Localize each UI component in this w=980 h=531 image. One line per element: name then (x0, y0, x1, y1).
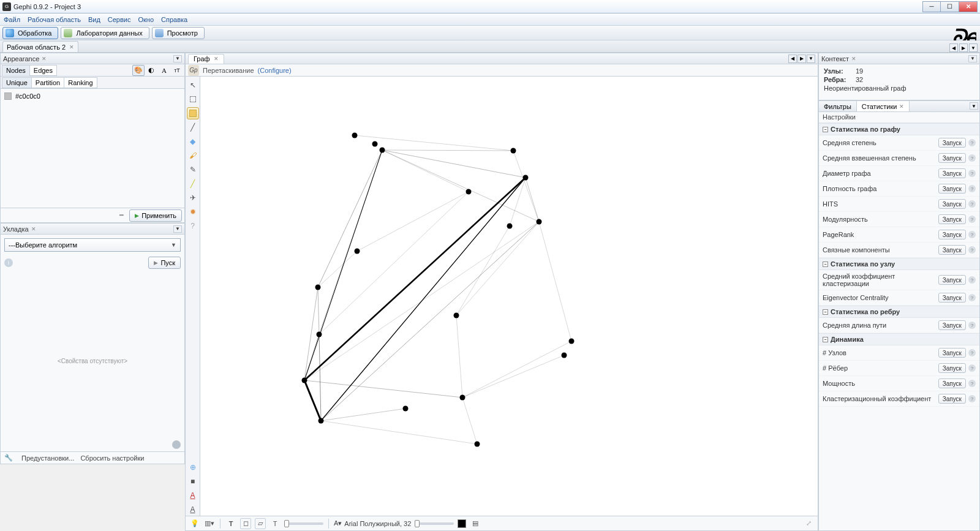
edge-weight-slider[interactable] (284, 522, 323, 525)
drag-tool[interactable] (187, 107, 199, 119)
help-icon[interactable]: ? (968, 349, 976, 356)
close-icon[interactable]: ✕ (899, 104, 904, 110)
run-button[interactable]: Запуск (938, 168, 966, 178)
help-icon[interactable]: ? (968, 322, 976, 329)
tab-ranking[interactable]: Ranking (64, 77, 97, 88)
stats-group-header[interactable]: −Статистика по ребру (819, 306, 979, 318)
brush-tool[interactable]: ╱ (187, 121, 199, 134)
info-icon[interactable]: i (4, 258, 13, 267)
reset-label-size-tool[interactable]: A (187, 503, 199, 516)
label-color-box[interactable] (458, 519, 466, 528)
tab-next-button[interactable]: ▶ (797, 55, 806, 63)
shortest-path-tool[interactable]: ╱ (187, 178, 199, 190)
menu-window[interactable]: Окно (138, 16, 154, 23)
panel-menu-button[interactable]: ▼ (173, 225, 182, 233)
show-labels-icon[interactable]: T (225, 518, 236, 529)
run-button[interactable]: Запуск (938, 363, 966, 373)
help-icon[interactable]: ? (968, 200, 976, 208)
crown-tool[interactable]: ✹ (187, 206, 199, 218)
presets-link[interactable]: Предустановки... (21, 454, 74, 462)
label-color-icon[interactable]: A (158, 65, 170, 76)
help-icon[interactable]: ? (968, 154, 976, 162)
panel-menu-button[interactable]: ▼ (968, 55, 977, 62)
node-label-icon[interactable]: ◻ (240, 518, 251, 529)
menu-view[interactable]: Вид (88, 16, 100, 23)
tab-edges[interactable]: Edges (29, 65, 57, 76)
expand-icon[interactable]: ⤢ (803, 518, 814, 529)
stats-group-header[interactable]: −Динамика (819, 333, 979, 345)
label-size-icon[interactable]: тT (171, 65, 183, 76)
tab-prev-button[interactable]: ◀ (788, 55, 797, 63)
size-tool[interactable]: ◆ (187, 135, 199, 148)
wrench-icon[interactable]: 🔧 (4, 454, 13, 462)
graph-canvas[interactable] (200, 77, 818, 516)
close-icon[interactable]: ✕ (851, 56, 856, 62)
close-icon[interactable]: ✕ (214, 56, 219, 62)
paint-tool[interactable]: 🖌 (187, 149, 199, 162)
run-button[interactable]: Запуск (938, 394, 966, 404)
attributes-icon[interactable]: ▤ (470, 518, 481, 529)
maximize-button[interactable]: ☐ (941, 1, 959, 12)
workspace-tab[interactable]: Рабочая область 2 ✕ (2, 41, 78, 52)
run-button[interactable]: Запуск (938, 275, 966, 285)
rect-select-tool[interactable] (187, 93, 199, 105)
label-font-icon[interactable]: T (270, 518, 281, 529)
help-icon[interactable]: ? (968, 380, 976, 387)
help-icon[interactable]: ? (968, 170, 976, 177)
close-icon[interactable]: ✕ (42, 56, 47, 62)
tab-menu-button[interactable]: ▼ (807, 55, 815, 63)
mode-overview[interactable]: Обработка (2, 27, 58, 39)
run-button[interactable]: Запуск (938, 245, 966, 255)
run-button[interactable]: Запуск (938, 153, 966, 163)
center-tool[interactable]: ⊕ (187, 461, 199, 473)
run-button[interactable]: Запуск (938, 320, 966, 330)
help-icon[interactable]: ? (968, 216, 976, 223)
reset-link[interactable]: Сбросить настройки (80, 454, 144, 462)
help-icon[interactable]: ? (968, 294, 976, 301)
minimize-button[interactable]: ─ (922, 1, 941, 12)
configure-link[interactable]: (Configure) (258, 67, 292, 74)
help-icon[interactable]: ? (968, 364, 976, 372)
close-icon[interactable]: ✕ (31, 226, 36, 232)
help-icon[interactable]: ? (968, 395, 976, 402)
color-mode-icon[interactable]: 🎨 (132, 65, 145, 76)
menu-file[interactable]: Файл (4, 16, 20, 23)
run-button[interactable]: Запуск (938, 293, 966, 303)
tab-partition[interactable]: Partition (31, 77, 64, 88)
menu-help[interactable]: Справка (161, 16, 187, 23)
spline-icon[interactable]: ━ (117, 211, 126, 219)
menu-workspace[interactable]: Рабочая область (28, 16, 81, 23)
run-button[interactable]: Запуск (938, 230, 966, 239)
run-button[interactable]: Запуск (938, 138, 966, 148)
apply-button[interactable]: ▶ Применить (129, 209, 182, 222)
tab-nodes[interactable]: Nodes (2, 65, 30, 76)
color-swatch[interactable] (4, 92, 12, 100)
run-button[interactable]: Запуск (938, 199, 966, 209)
close-button[interactable]: ✕ (959, 1, 978, 12)
font-selector[interactable]: A▾ Arial Полужирный, 32 (334, 519, 411, 527)
graph-tab[interactable]: Граф ✕ (188, 54, 224, 64)
ws-menu-button[interactable]: ▼ (969, 43, 978, 52)
run-button[interactable]: ▶ Пуск (148, 257, 181, 269)
help-icon[interactable]: ? (968, 276, 976, 284)
tab-unique[interactable]: Unique (2, 77, 32, 88)
run-button[interactable]: Запуск (938, 348, 966, 358)
resize-grip[interactable] (172, 440, 181, 449)
tab-filters[interactable]: Фильтры (819, 101, 857, 111)
help-tool[interactable]: ? (187, 220, 199, 232)
stats-group-header[interactable]: −Статистика по графу (819, 123, 979, 135)
mode-preview[interactable]: Просмотр (152, 27, 205, 39)
run-button[interactable]: Запуск (938, 184, 966, 194)
lightbulb-icon[interactable]: 💡 (189, 518, 200, 529)
size-mode-icon[interactable]: ◐ (145, 65, 157, 76)
stats-settings[interactable]: Настройки (819, 112, 979, 123)
run-button[interactable]: Запуск (938, 214, 966, 224)
reset-label-color-tool[interactable]: A (187, 489, 199, 502)
help-icon[interactable]: ? (968, 246, 976, 254)
ws-next-button[interactable]: ▶ (959, 43, 968, 52)
screenshot-icon[interactable]: ▥▾ (204, 518, 215, 529)
edge-tool[interactable]: ✎ (187, 164, 199, 176)
tab-statistics[interactable]: Статистики✕ (857, 101, 910, 111)
reset-colors-tool[interactable]: ■ (187, 475, 199, 488)
label-size-slider[interactable] (415, 522, 454, 525)
